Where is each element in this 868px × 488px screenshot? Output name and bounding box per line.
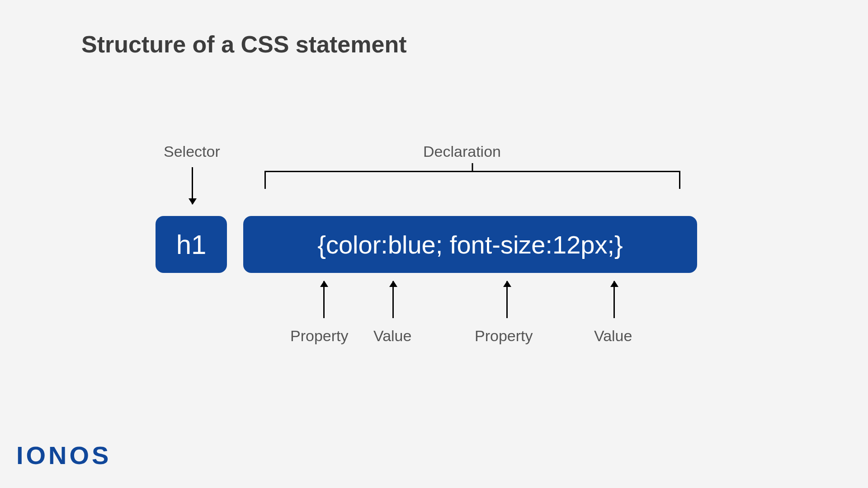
arrow-value-1	[392, 281, 394, 318]
bracket-tick	[472, 163, 473, 172]
declaration-box: {color:blue; font-size:12px;}	[243, 216, 697, 273]
label-property-2: Property	[475, 327, 533, 345]
label-property-1: Property	[290, 327, 349, 345]
label-value-1: Value	[373, 327, 411, 345]
arrow-value-2	[613, 281, 615, 318]
diagram-title: Structure of a CSS statement	[81, 31, 407, 58]
arrow-selector	[192, 167, 193, 204]
label-selector: Selector	[164, 143, 220, 160]
arrow-property-2	[506, 281, 508, 318]
arrow-property-1	[323, 281, 325, 318]
label-value-2: Value	[594, 327, 632, 345]
selector-box: h1	[156, 216, 227, 273]
brand-logo: IONOS	[16, 441, 111, 470]
bracket-declaration	[264, 171, 680, 189]
label-declaration: Declaration	[423, 143, 501, 160]
